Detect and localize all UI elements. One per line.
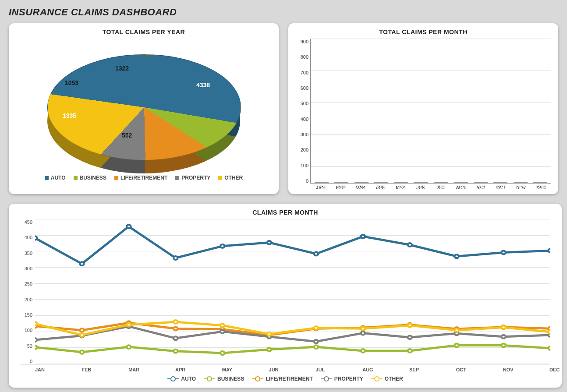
bar: 688 <box>374 182 388 183</box>
legend-item: AUTO <box>45 175 66 181</box>
line-point <box>220 351 224 355</box>
line-point <box>174 327 177 330</box>
legend-item: PROPERTY <box>175 175 210 181</box>
legend-swatch <box>252 377 263 381</box>
pie-slice-label: 4338 <box>196 81 210 88</box>
y-tick-label: 900 <box>295 39 308 44</box>
line-point <box>408 324 412 327</box>
legend-swatch <box>74 176 78 180</box>
y-tick-label: 150 <box>18 312 32 318</box>
legend-item: BUSINESS <box>74 175 106 181</box>
bar-value-label: 691 <box>494 184 507 190</box>
bar-chart-title: TOTAL CLAIMS PER MONTH <box>295 28 551 35</box>
bar: 698 <box>533 182 547 183</box>
legend-item: OTHER <box>218 175 243 181</box>
line-point <box>548 346 550 350</box>
y-tick-label: 450 <box>18 219 32 225</box>
y-tick-label: 200 <box>295 147 308 152</box>
bar: 691 <box>493 182 507 183</box>
bar: 750 <box>454 182 468 183</box>
legend-label: PROPERTY <box>181 175 210 181</box>
x-tick-label: JUN <box>269 367 269 372</box>
line-point <box>501 325 505 329</box>
y-tick-label: 250 <box>18 281 32 286</box>
pie-slice-label: 1335 <box>63 112 76 119</box>
line-point <box>220 244 224 248</box>
y-tick-label: 600 <box>295 85 308 91</box>
bar: 734 <box>474 182 488 183</box>
bar-value-label: 698 <box>534 184 547 190</box>
legend-item: BUSINESS <box>204 376 244 382</box>
pie-chart-card: TOTAL CLAIMS PER YEAR 433855213351053132… <box>9 23 279 194</box>
line-point <box>80 333 84 337</box>
line-chart-title: CLAIMS PER MONTH <box>16 209 555 216</box>
bar: 835 <box>354 182 369 183</box>
line-point <box>80 262 84 265</box>
x-tick-label: SEP <box>409 367 410 372</box>
line-point <box>80 350 84 354</box>
line-point <box>408 335 412 339</box>
line-point <box>361 349 365 353</box>
line-point <box>361 327 365 330</box>
bar: 725 <box>394 182 408 183</box>
line-point <box>220 330 224 333</box>
line-point <box>454 344 458 347</box>
x-tick-label: APR <box>175 367 176 372</box>
bar: 684 <box>434 182 448 183</box>
line-point <box>314 326 318 330</box>
legend-label: LIFE/RETIREMENT <box>266 376 312 382</box>
line-chart: 450400350300250200150100500 <box>20 219 550 364</box>
y-tick-label: 0 <box>295 178 308 184</box>
bar-value-label: 835 <box>355 184 368 190</box>
line-point <box>174 350 177 353</box>
y-tick-label: 100 <box>18 328 32 333</box>
pie-slice-label: 1053 <box>65 79 78 86</box>
legend-swatch <box>321 377 332 381</box>
line-point <box>454 328 458 332</box>
legend-item: AUTO <box>167 376 196 382</box>
line-point <box>80 328 84 332</box>
dashboard-title: INSURANCE CLAIMS DASHBOARD <box>9 7 558 18</box>
bar-value-label: 755 <box>315 184 328 190</box>
line-point <box>361 235 365 238</box>
y-tick-label: 0 <box>18 359 32 364</box>
bar-value-label: 725 <box>394 184 408 190</box>
pie-slice-label: 552 <box>122 132 132 139</box>
line-series <box>35 322 550 335</box>
legend-item: OTHER <box>371 376 403 382</box>
y-tick-label: 350 <box>18 251 32 256</box>
bar-value-label: 750 <box>454 184 468 190</box>
line-point <box>408 349 412 353</box>
line-point <box>35 338 37 342</box>
bar-value-label: 734 <box>474 184 487 190</box>
line-point <box>267 241 271 244</box>
line-point <box>174 256 177 260</box>
x-tick-label: MAR <box>128 367 129 372</box>
line-point <box>127 225 131 228</box>
bar: 693 <box>414 182 428 183</box>
pie-chart-legend: AUTOBUSINESSLIFE/RETIREMENTPROPERTYOTHER <box>16 175 272 181</box>
x-tick-label: NOV <box>503 367 503 372</box>
legend-label: OTHER <box>385 376 403 382</box>
legend-swatch <box>218 176 222 180</box>
y-tick-label: 400 <box>18 235 32 240</box>
x-tick-label: JUL <box>315 367 316 372</box>
legend-item: LIFE/RETIREMENT <box>252 376 312 382</box>
line-series <box>35 226 550 264</box>
line-point <box>361 332 365 335</box>
y-tick-label: 300 <box>18 266 32 271</box>
line-chart-x-axis: JANFEBMARAPRMAYJUNJULAUGSEPOCTNOVDEC <box>35 367 550 372</box>
line-point <box>548 249 550 252</box>
x-tick-label: DEC <box>549 367 550 372</box>
legend-label: BUSINESS <box>217 376 244 382</box>
bar-value-label: 688 <box>375 184 388 190</box>
line-point <box>548 330 550 334</box>
line-series <box>35 345 550 353</box>
bar-value-label: 717 <box>514 184 527 190</box>
pie-chart: 4338552133510531322 <box>47 54 240 159</box>
line-point <box>35 237 37 240</box>
line-point <box>501 335 505 339</box>
line-chart-legend: AUTOBUSINESSLIFE/RETIREMENTPROPERTYOTHER <box>16 376 555 382</box>
legend-item: PROPERTY <box>321 376 363 382</box>
legend-swatch <box>204 377 215 381</box>
